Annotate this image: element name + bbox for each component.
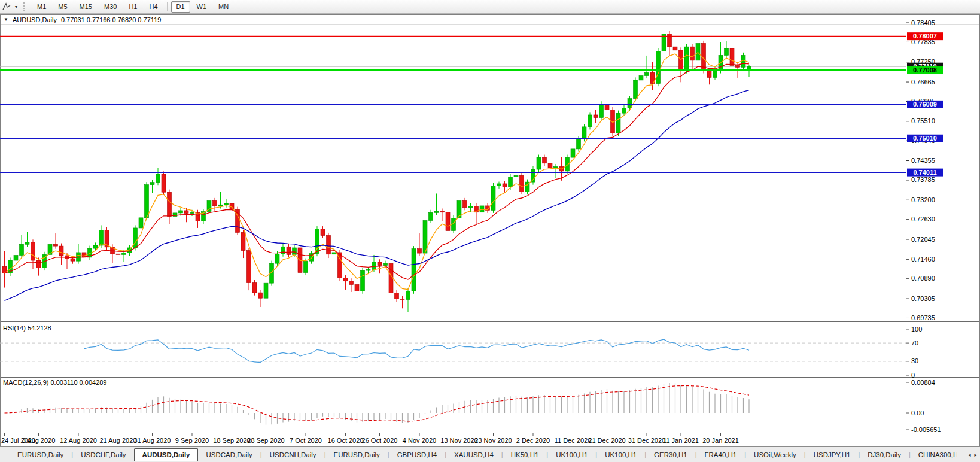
tab-eurusd-daily[interactable]: EURUSD,Daily	[325, 449, 387, 461]
tab-eurusd-daily[interactable]: EURUSD,Daily	[10, 449, 71, 461]
macd-indicator-label: MACD(12,26,9) 0.003110 0.004289	[3, 379, 106, 386]
svg-text:0: 0	[911, 372, 915, 379]
svg-text:0.70305: 0.70305	[911, 295, 935, 302]
svg-text:0.76665: 0.76665	[911, 78, 935, 86]
svg-text:0.78007: 0.78007	[913, 32, 937, 39]
svg-text:0.72630: 0.72630	[911, 215, 935, 223]
svg-text:70: 70	[911, 339, 918, 346]
tab-usdcnh-daily[interactable]: USDCNH,Daily	[262, 449, 324, 461]
svg-text:0.75010: 0.75010	[913, 135, 937, 142]
svg-text:0.71460: 0.71460	[911, 256, 935, 263]
tab-gbpusd-h4[interactable]: GBPUSD,H4	[389, 449, 445, 461]
timeframe-button-mn[interactable]: MN	[213, 1, 234, 13]
svg-text:-0.005651: -0.005651	[911, 426, 941, 433]
svg-text:0.74355: 0.74355	[911, 157, 935, 164]
price-level-label[interactable]: 0.78007	[907, 32, 943, 40]
svg-text:21 Aug 2020: 21 Aug 2020	[100, 437, 137, 444]
svg-text:11 Dec 2020: 11 Dec 2020	[555, 437, 592, 444]
svg-text:0.73785: 0.73785	[911, 176, 935, 183]
symbol-tab-bar: EURUSD,Daily|USDCHF,DailyAUDUSD,DailyUSD…	[0, 446, 980, 462]
timeframe-button-m1[interactable]: M1	[32, 1, 51, 13]
svg-text:31 Aug 2020: 31 Aug 2020	[134, 437, 171, 444]
rsi-name: RSI(14)	[3, 324, 26, 332]
line-tool-icon[interactable]	[1, 2, 12, 11]
tab-usdjpy-h1[interactable]: USDJPY,H1	[806, 449, 859, 461]
tab-uk100-h1[interactable]: UK100,H1	[548, 449, 595, 461]
timeframe-button-d1[interactable]: D1	[171, 1, 190, 13]
svg-text:0.00884: 0.00884	[911, 379, 935, 386]
svg-text:26 Oct 2020: 26 Oct 2020	[362, 437, 398, 444]
chart-window-title: ▼ AUDUSD,Daily 0.77031 0.77166 0.76820 0…	[4, 16, 161, 23]
svg-text:0.00: 0.00	[911, 409, 924, 417]
timeframe-button-m30[interactable]: M30	[99, 1, 122, 13]
svg-text:11 Jan 2021: 11 Jan 2021	[663, 437, 699, 444]
svg-text:13 Nov 2020: 13 Nov 2020	[440, 437, 477, 444]
tool-dropdown-arrow-icon[interactable]: ▾	[12, 4, 20, 10]
timeframe-button-h4[interactable]: H4	[144, 1, 163, 13]
tab-china300-h1[interactable]: CHINA300,H1	[911, 449, 957, 461]
chart-ohlc-values: 0.77031 0.77166 0.76820 0.77119	[61, 16, 161, 23]
svg-text:28 Sep 2020: 28 Sep 2020	[247, 437, 284, 444]
svg-text:0.72045: 0.72045	[911, 236, 935, 243]
svg-text:18 Sep 2020: 18 Sep 2020	[213, 437, 250, 444]
svg-text:0.69735: 0.69735	[911, 314, 935, 321]
tab-xauusd-h4[interactable]: XAUUSD,H4	[446, 449, 501, 461]
price-level-label[interactable]: 0.77008	[907, 66, 943, 74]
tab-dj30-daily[interactable]: DJ30,Daily	[860, 449, 909, 461]
timeframe-button-group: M1M5M15M30H1H4D1W1MN	[31, 0, 235, 13]
rsi-indicator-label: RSI(14) 54.2128	[3, 324, 51, 332]
macd-values: 0.003110 0.004289	[50, 379, 106, 386]
price-level-label[interactable]: 0.75010	[907, 135, 943, 142]
svg-text:0.74011: 0.74011	[913, 169, 936, 176]
toolbar: ▾ M1M5M15M30H1H4D1W1MN	[0, 0, 980, 14]
svg-text:0.73200: 0.73200	[911, 196, 935, 203]
tab-audusd-daily[interactable]: AUDUSD,Daily	[134, 448, 199, 461]
tab-scroll-controls: ◂ ▸	[957, 452, 980, 458]
svg-text:0.78405: 0.78405	[911, 19, 935, 26]
svg-text:30: 30	[911, 357, 918, 364]
rsi-value: 54.2128	[28, 324, 51, 332]
tab-usoil-weekly[interactable]: USOil,Weekly	[746, 449, 804, 461]
timeframe-button-w1[interactable]: W1	[191, 1, 212, 13]
toolbar-grip	[23, 2, 27, 11]
svg-text:3 Aug 2020: 3 Aug 2020	[22, 437, 56, 444]
tab-scroll-left-icon[interactable]: ◂	[968, 452, 971, 458]
svg-text:20 Jan 2021: 20 Jan 2021	[702, 437, 739, 444]
timeframe-button-h1[interactable]: H1	[123, 1, 142, 13]
svg-text:2 Dec 2020: 2 Dec 2020	[516, 437, 550, 444]
svg-text:0.77008: 0.77008	[913, 66, 937, 74]
tab-uk100-h1[interactable]: UK100,H1	[597, 449, 644, 461]
svg-text:0.76009: 0.76009	[913, 101, 937, 108]
chart-title: AUDUSD,Daily	[13, 16, 57, 23]
svg-text:21 Dec 2020: 21 Dec 2020	[588, 437, 625, 444]
svg-text:23 Nov 2020: 23 Nov 2020	[474, 437, 512, 444]
tab-fra40-h1[interactable]: FRA40,H1	[697, 449, 745, 461]
svg-text:31 Dec 2020: 31 Dec 2020	[628, 437, 665, 444]
tab-ger30-h1[interactable]: GER30,H1	[646, 449, 695, 461]
tab-usdchf-daily[interactable]: USDCHF,Daily	[73, 449, 133, 461]
timeframe-button-m15[interactable]: M15	[74, 1, 98, 13]
price-level-label[interactable]: 0.76009	[907, 101, 943, 108]
symbol-tabs: EURUSD,Daily|USDCHF,DailyAUDUSD,DailyUSD…	[0, 447, 957, 462]
svg-text:4 Nov 2020: 4 Nov 2020	[403, 437, 436, 444]
macd-name: MACD(12,26,9)	[3, 379, 48, 386]
chart-area[interactable]: 0.784050.778350.772500.766650.760950.755…	[0, 0, 980, 462]
svg-text:0.75510: 0.75510	[911, 117, 935, 124]
svg-text:9 Sep 2020: 9 Sep 2020	[175, 437, 209, 444]
svg-text:12 Aug 2020: 12 Aug 2020	[60, 437, 97, 444]
toolbar-separator	[167, 2, 168, 11]
tab-usdcad-daily[interactable]: USDCAD,Daily	[198, 449, 260, 461]
tab-hk50-h1[interactable]: HK50,H1	[503, 449, 547, 461]
svg-text:7 Oct 2020: 7 Oct 2020	[290, 437, 322, 444]
svg-text:16 Oct 2020: 16 Oct 2020	[328, 437, 364, 444]
tab-scroll-right-icon[interactable]: ▸	[974, 452, 977, 458]
collapse-triangle-icon[interactable]: ▼	[4, 17, 8, 22]
price-level-label[interactable]: 0.74011	[907, 169, 943, 177]
timeframe-button-m5[interactable]: M5	[53, 1, 72, 13]
svg-text:0.70890: 0.70890	[911, 275, 935, 282]
svg-text:100: 100	[911, 326, 922, 333]
